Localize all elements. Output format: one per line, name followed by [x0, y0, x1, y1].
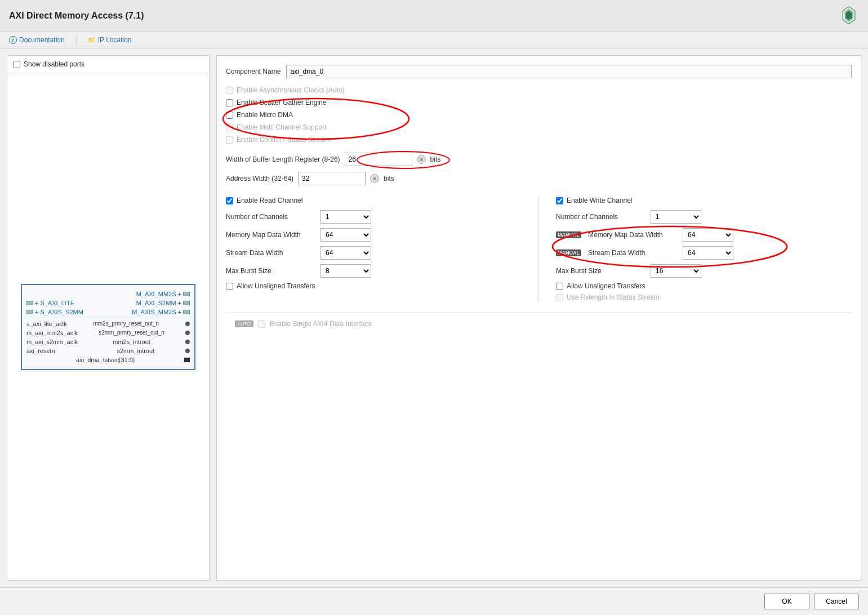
channel-divider	[538, 197, 539, 301]
port-label-m-axis-mm2s: M_AXIS_MM2S	[132, 309, 176, 315]
ip-location-link[interactable]: 📁 IP Location	[88, 36, 132, 44]
write-num-channels-row: Number of Channels 124	[556, 210, 852, 224]
read-channel-data-container: Memory Map Data Width 3264128512 Stream …	[226, 228, 522, 260]
channels-row: Enable Read Channel Number of Channels 1…	[226, 197, 852, 301]
write-channel-title: Enable Write Channel	[567, 197, 633, 204]
main-window: AXI Direct Memory Access (7.1) i Documen…	[0, 0, 868, 615]
ok-button[interactable]: OK	[764, 594, 809, 609]
signal-dot-3	[185, 340, 190, 344]
toolbar-separator	[76, 35, 77, 44]
option-control-status: Enable Control / Status Stream	[226, 136, 852, 144]
read-mm-data-width-row: Memory Map Data Width 3264128512	[226, 228, 522, 242]
signal-dot-2	[185, 331, 190, 335]
read-channel-checkbox[interactable]	[226, 197, 233, 204]
toolbar: i Documentation 📁 IP Location	[0, 32, 868, 48]
option-async-clocks: Enable Asynchronous Clocks (Auto)	[226, 86, 852, 94]
plus-icon-4[interactable]: +	[35, 309, 38, 315]
write-mm-data-width-label: Memory Map Data Width	[588, 231, 678, 239]
documentation-link[interactable]: i Documentation	[9, 36, 65, 44]
multi-channel-checkbox[interactable]	[226, 124, 233, 131]
read-channel-panel: Enable Read Channel Number of Channels 1…	[226, 197, 522, 301]
signal-row-1: s_axi_lite_aclk mm2s_prmry_reset_out_n	[22, 319, 194, 328]
read-channel-header: Enable Read Channel	[226, 197, 522, 204]
read-allow-unaligned-row: Allow Unaligned Transfers	[226, 282, 522, 290]
write-mm-data-width-select[interactable]: 3264128	[683, 228, 733, 242]
option-scatter-gather: Enable Scatter Gather Engine	[226, 99, 852, 106]
signal-s2mm-reset: s2mm_prmry_reset_out_n	[99, 329, 164, 336]
cancel-button[interactable]: Cancel	[814, 594, 859, 609]
plus-icon-3[interactable]: +	[178, 300, 181, 306]
enable-axi4-label: Enable Single AXI4 Data Interface	[270, 320, 372, 328]
write-mm-data-width-row: MANUAL Memory Map Data Width 3264128	[556, 228, 852, 242]
signal-m-axi-mm2s-aclk: m_axi_mm2s_aclk	[26, 329, 78, 336]
show-disabled-label: Show disabled ports	[24, 60, 84, 68]
write-stream-data-width-select[interactable]: 8163264	[683, 246, 733, 260]
plus-icon-1[interactable]: +	[178, 291, 181, 297]
address-width-unit: bits	[384, 175, 394, 182]
signal-dot-1	[185, 322, 190, 326]
read-stream-data-width-label: Stream Data Width	[226, 249, 316, 257]
read-allow-unaligned-label: Allow Unaligned Transfers	[237, 282, 315, 290]
micro-dma-label: Enable Micro DMA	[237, 111, 293, 119]
option-multi-channel: Enable Multi Channel Support	[226, 123, 852, 131]
port-label-s-axis-s2mm: S_AXIS_S2MM	[40, 309, 83, 315]
show-disabled-checkbox[interactable]	[13, 61, 20, 68]
enable-axi4-checkbox[interactable]	[258, 320, 265, 328]
write-channel-checkbox[interactable]	[556, 197, 563, 204]
signal-axi-resetn: axi_resetn	[26, 347, 55, 354]
component-name-label: Component Name	[226, 68, 281, 75]
write-channel-panel: Enable Write Channel Number of Channels …	[556, 197, 852, 301]
read-num-channels-select[interactable]: 124816	[321, 210, 371, 224]
read-mm-data-width-select[interactable]: 3264128512	[321, 228, 371, 242]
plus-icon-5[interactable]: +	[178, 309, 181, 315]
micro-dma-checkbox[interactable]	[226, 112, 233, 119]
control-status-label: Enable Control / Status Stream	[237, 136, 330, 144]
write-allow-unaligned-checkbox[interactable]	[556, 283, 563, 290]
read-max-burst-label: Max Burst Size	[226, 267, 316, 275]
documentation-label: Documentation	[19, 36, 65, 44]
buffer-length-label: Width of Buffer Length Register (8-26)	[226, 155, 340, 163]
buffer-length-input[interactable]	[345, 153, 412, 166]
title-bar: AXI Direct Memory Access (7.1)	[0, 0, 868, 32]
read-num-channels-row: Number of Channels 124816	[226, 210, 522, 224]
address-width-clear[interactable]: ✕	[370, 174, 379, 183]
read-mm-data-width-label: Memory Map Data Width	[226, 231, 316, 239]
buffer-length-clear[interactable]: ✕	[417, 155, 426, 164]
write-use-rxlength-checkbox[interactable]	[556, 294, 563, 301]
ip-block: M_AXI_MM2S + + S_AXI_LITE M_AXI_S2MM	[21, 284, 195, 370]
left-panel-header: Show disabled ports	[7, 56, 209, 73]
control-status-checkbox[interactable]	[226, 136, 233, 144]
read-stream-data-width-select[interactable]: 8163264128	[321, 246, 371, 260]
folder-icon: 📁	[88, 36, 96, 44]
write-num-channels-label: Number of Channels	[556, 213, 646, 221]
buffer-length-row: Width of Buffer Length Register (8-26) ✕…	[226, 153, 852, 166]
dialog-footer: OK Cancel	[0, 587, 868, 615]
component-name-row: Component Name	[226, 65, 852, 78]
signal-row-5: axi_dma_tstvec[31:0]	[22, 355, 194, 364]
component-name-input[interactable]	[286, 65, 852, 78]
left-panel: Show disabled ports M_AXI_MM2S +	[7, 55, 210, 581]
read-num-channels-label: Number of Channels	[226, 213, 316, 221]
address-width-row: Address Width (32-64) ✕ bits	[226, 172, 852, 185]
signal-mm2s-introut: mm2s_introut	[113, 338, 150, 345]
signal-row-2: m_axi_mm2s_aclk s2mm_prmry_reset_out_n	[22, 328, 194, 337]
write-num-channels-select[interactable]: 124	[651, 210, 701, 224]
plus-icon-2[interactable]: +	[35, 300, 38, 306]
address-width-input[interactable]	[298, 172, 366, 185]
read-allow-unaligned-checkbox[interactable]	[226, 283, 233, 290]
right-panel: Component Name Enable Asynchronous Clock…	[216, 55, 861, 581]
port-label-m-axi-mm2s: M_AXI_MM2S	[136, 291, 176, 297]
signal-dot-4	[185, 349, 190, 353]
signal-s2mm-introut: s2mm_introut	[117, 347, 154, 354]
scatter-gather-checkbox[interactable]	[226, 99, 233, 106]
write-channel-header: Enable Write Channel	[556, 197, 852, 204]
diagram-area: M_AXI_MM2S + + S_AXI_LITE M_AXI_S2MM	[7, 73, 209, 580]
write-use-rxlength-row: Use Rxlength In Status Stream	[556, 293, 852, 301]
read-max-burst-select[interactable]: 8163264	[321, 264, 371, 278]
write-max-burst-select[interactable]: 8163264	[651, 264, 701, 278]
write-use-rxlength-label: Use Rxlength In Status Stream	[567, 293, 660, 301]
async-clocks-checkbox[interactable]	[226, 87, 233, 94]
write-stream-data-width-row: MANUAL Stream Data Width 8163264	[556, 246, 852, 260]
signal-s-axi-lite-aclk: s_axi_lite_aclk	[26, 320, 67, 327]
signal-row-3: m_axi_s2mm_aclk mm2s_introut	[22, 337, 194, 346]
